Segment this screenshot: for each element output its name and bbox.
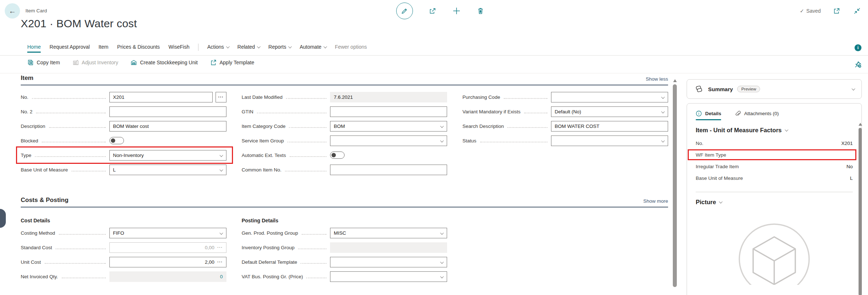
- field-item-category-code: Item Category CodeBOM: [242, 119, 447, 133]
- field-value: FIFO: [113, 230, 223, 236]
- preview-badge: Preview: [737, 86, 760, 92]
- scroll-up-arrow-icon[interactable]: [673, 79, 677, 82]
- edit-button[interactable]: [396, 3, 413, 19]
- field-input[interactable]: Non-Inventory: [109, 150, 226, 161]
- tab-fewer-options[interactable]: Fewer options: [335, 44, 367, 52]
- tab-label: Automate: [300, 44, 321, 50]
- factbox-field-value[interactable]: X201: [841, 141, 853, 146]
- share-icon[interactable]: [428, 7, 437, 15]
- dotted-leader: [306, 278, 326, 278]
- dotted-leader: [504, 98, 547, 99]
- tab-home[interactable]: Home: [27, 44, 41, 52]
- field-input[interactable]: X201: [109, 92, 213, 102]
- tab-related[interactable]: Related: [237, 44, 260, 52]
- costs-section-title[interactable]: Costs & Posting: [21, 197, 68, 204]
- unpin-icon[interactable]: [853, 60, 862, 69]
- field-input[interactable]: BOM: [330, 121, 447, 132]
- field-vat-bus-posting-gr-price-: VAT Bus. Posting Gr. (Price): [242, 269, 447, 284]
- back-button[interactable]: ←: [5, 3, 20, 19]
- nav-tab-bar: HomeRequest ApprovalItemPrices & Discoun…: [27, 44, 367, 52]
- field-value: 0: [113, 274, 223, 279]
- dotted-leader: [288, 142, 326, 142]
- field-input[interactable]: [551, 136, 668, 146]
- field-input[interactable]: Default (No): [551, 106, 668, 117]
- field-input[interactable]: MISC: [330, 228, 447, 238]
- edit-icon: [400, 7, 409, 15]
- field-input[interactable]: [330, 257, 447, 267]
- tab-item[interactable]: Item: [99, 44, 108, 52]
- field-input[interactable]: BOM Water cost: [109, 121, 226, 132]
- field-input[interactable]: 2,00···: [109, 257, 226, 267]
- tab-actions[interactable]: Actions: [207, 44, 229, 52]
- factbox-field-value[interactable]: L: [850, 175, 853, 181]
- scroll-up-arrow-icon[interactable]: [859, 123, 862, 126]
- field-input[interactable]: [551, 92, 668, 102]
- delete-icon[interactable]: [476, 7, 485, 15]
- factbox-field-value[interactable]: No: [847, 164, 853, 169]
- field-input[interactable]: FIFO: [109, 228, 226, 238]
- item-section-title[interactable]: Item: [21, 74, 33, 82]
- field-input[interactable]: [330, 271, 447, 282]
- tab-automate[interactable]: Automate: [300, 44, 326, 52]
- field-input[interactable]: BOM WATER COST: [551, 121, 668, 132]
- create-stockkeeping-unit-button[interactable]: Create Stockkeeping Unit: [130, 59, 198, 66]
- field-label: Inventory Posting Group: [242, 245, 295, 250]
- item-picture-placeholder[interactable]: [696, 223, 853, 285]
- apply-template-button[interactable]: Apply Template: [210, 59, 254, 66]
- popout-icon[interactable]: [832, 7, 841, 15]
- toggle-off[interactable]: [330, 151, 345, 159]
- factbox-field-list: No.X201WF Item TypeIrregular Trade ItemN…: [696, 137, 853, 184]
- field-value: MISC: [334, 230, 443, 236]
- field-label: Common Item No.: [242, 167, 282, 173]
- add-icon[interactable]: [452, 7, 461, 15]
- factbox-tab-details[interactable]: Details: [696, 110, 721, 120]
- main-scrollbar[interactable]: [672, 79, 677, 294]
- field-label: Purchasing Code: [462, 94, 500, 100]
- apply-template-icon: [210, 59, 217, 66]
- factbox-field-irregular-trade-item: Irregular Trade ItemNo: [696, 161, 853, 172]
- tab-prices-discounts[interactable]: Prices & Discounts: [117, 44, 160, 52]
- copilot-icon: [694, 85, 704, 93]
- field-input[interactable]: [330, 106, 447, 117]
- dotted-leader: [45, 263, 106, 264]
- action-label: Adjust Inventory: [82, 60, 118, 65]
- toggle-off[interactable]: [109, 137, 124, 144]
- factbox-details-header[interactable]: Item - Unit of Measure Factors: [696, 127, 853, 134]
- factbox-tab-attachments-0-[interactable]: Attachments (0): [734, 110, 779, 120]
- copilot-summary-card[interactable]: Summary Preview: [687, 79, 862, 99]
- picture-header[interactable]: Picture: [696, 199, 853, 206]
- collapse-icon[interactable]: [853, 7, 861, 15]
- field-label: Default Deferral Template: [242, 259, 297, 265]
- factbox-scrollbar-thumb[interactable]: [859, 128, 862, 295]
- field-value: BOM Water cost: [113, 124, 223, 129]
- field-label: Standard Cost: [21, 245, 52, 250]
- field-gtin: GTIN: [242, 104, 447, 119]
- copy-item-button[interactable]: Copy Item: [27, 59, 60, 66]
- dotted-leader: [49, 127, 106, 128]
- field-label: Search Description: [462, 124, 504, 129]
- chevron-down-icon: [661, 139, 665, 142]
- chevron-down-icon: [440, 260, 444, 264]
- factbox-scrollbar[interactable]: [858, 123, 862, 295]
- field-input[interactable]: [330, 165, 447, 175]
- assist-edit-button[interactable]: ···: [217, 259, 223, 264]
- field-no-: No.X201···: [21, 90, 226, 104]
- left-pane-handle[interactable]: [0, 209, 6, 228]
- field-value: X201: [113, 94, 209, 100]
- dotted-leader: [301, 263, 326, 264]
- action-divider: [0, 73, 868, 73]
- tab-wisefish[interactable]: WiseFish: [169, 44, 190, 52]
- info-icon[interactable]: i: [855, 44, 861, 51]
- factbox-field-label: No.: [696, 141, 703, 146]
- field-input[interactable]: [109, 106, 226, 117]
- tab-request-approval[interactable]: Request Approval: [49, 44, 90, 52]
- field-input[interactable]: L: [109, 165, 226, 175]
- field-input[interactable]: [330, 136, 447, 146]
- main-scrollbar-thumb[interactable]: [673, 84, 677, 287]
- dotted-leader: [32, 98, 106, 99]
- tab-reports[interactable]: Reports: [268, 44, 291, 52]
- show-more-link[interactable]: Show more: [643, 198, 668, 204]
- show-less-link[interactable]: Show less: [646, 76, 668, 82]
- assist-edit-button[interactable]: ···: [216, 92, 226, 102]
- field-label: Automatic Ext. Texts: [242, 153, 286, 158]
